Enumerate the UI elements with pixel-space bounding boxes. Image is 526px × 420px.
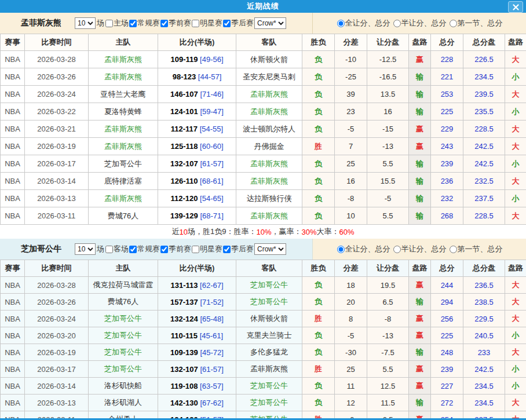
halftime-score: [62-67] [200,281,223,290]
halftime-score: [63-57] [200,382,223,390]
home-team-cell: 洛杉矶湖人 [89,395,158,411]
game-row: NBA2026-03-17芝加哥公牛132-107 [61-57]孟菲斯灰熊胜2… [1,361,526,378]
final-score: 124-101 [170,107,198,116]
over-under-cell: 大 [505,277,526,294]
results-table: 赛事比赛时间主队比分(半场)客队胜负分差让分盘盘路总分总分盘盘路NBA2026-… [0,260,526,420]
filter-checkbox[interactable] [160,246,168,253]
date-cell: 2026-03-21 [25,120,89,138]
league-cell: NBA [1,361,25,378]
away-team-cell: 孟菲斯灰熊 [236,173,302,190]
handicap-result-cell: 输 [409,173,431,190]
away-team-cell: 波士顿凯尔特人 [236,120,302,138]
filter-checkbox-label: 常规赛 [137,244,160,254]
filter-checkbox[interactable] [105,246,113,253]
games-count-select[interactable]: 10 [75,243,96,255]
dialog-title: 近期战绩 [247,1,279,12]
halftime-score: [61-57] [200,159,223,168]
team-name: 孟菲斯灰熊 [21,18,61,28]
summary-segment: 近 [171,227,179,237]
column-header: 分差 [335,260,367,277]
point-diff-cell: -30 [335,344,367,361]
scope-radio[interactable] [393,20,401,27]
over-under-cell: 小 [505,68,526,86]
final-score: 132-124 [170,315,198,323]
over-under-cell: 大 [505,311,526,327]
record-summary: 近 10 场，胜1负9：胜率：10%，赢率：30% 大率：60% [0,225,526,239]
game-row: NBA2026-03-26孟菲斯灰熊98-123 [44-57]圣安东尼奥马刺负… [1,68,526,86]
handicap-line-cell: 6.5 [367,411,409,420]
point-diff-cell: 11 [335,378,367,395]
score-cell: 110-115 [45-61] [158,327,236,344]
total-points-cell: 228 [431,51,463,68]
home-team-cell: 孟菲斯灰熊 [89,120,158,138]
league-cell: NBA [1,327,25,344]
scope-radio[interactable] [337,20,345,27]
handicap-line-cell: -15 [367,120,409,138]
total-points-cell: 272 [431,395,463,411]
final-score: 146-107 [170,90,198,98]
handicap-line-cell: 12.5 [367,378,409,395]
result-cell: 胜 [302,138,335,155]
away-team-cell: 克里夫兰骑士 [236,327,302,344]
over-under-cell: 大 [505,120,526,138]
over-under-cell: 大 [505,207,526,225]
filter-checkbox[interactable] [129,246,137,253]
handicap-result-cell: 输 [409,86,431,103]
odds-company-select[interactable]: Crow* [254,243,286,255]
column-header: 主队 [89,260,158,277]
filter-checkbox[interactable] [223,246,231,253]
handicap-line-cell: 19.5 [367,277,409,294]
filter-checkbox[interactable] [129,20,137,27]
point-diff-cell: 8 [335,311,367,327]
filter-checkbox[interactable] [192,20,199,27]
point-diff-cell: 25 [335,361,367,378]
date-cell: 2026-03-14 [25,378,89,395]
league-cell: NBA [1,395,25,411]
column-header: 盘路 [409,260,431,277]
halftime-score: [49-56] [200,55,223,64]
final-score: 142-130 [170,399,198,407]
filter-checkbox-label: 客场 [114,244,129,254]
date-cell: 2026-03-28 [25,277,89,294]
close-button[interactable] [508,1,523,13]
total-points-cell: 243 [431,138,463,155]
over-under-cell: 大 [505,86,526,103]
total-points-cell: 221 [431,68,463,86]
result-cell: 负 [302,173,335,190]
total-line-cell: 236.5 [463,277,505,294]
filter-checkbox[interactable] [160,20,168,27]
total-points-cell: 225 [431,327,463,344]
handicap-result-cell: 赢 [409,277,431,294]
handicap-line-cell: -13 [367,138,409,155]
game-row: NBA2026-03-28孟菲斯灰熊109-119 [49-56]休斯顿火箭负-… [1,51,526,68]
filter-checkbox[interactable] [192,246,199,253]
odds-company-select[interactable]: Crow* [254,17,286,29]
handicap-result-cell: 赢 [409,311,431,327]
home-team-cell: 芝加哥公牛 [89,361,158,378]
halftime-score: [68-61] [200,177,223,185]
scope-radio[interactable] [393,246,401,253]
column-header: 赛事 [1,34,25,51]
league-cell: NBA [1,411,25,420]
point-diff-cell: 20 [335,294,367,311]
scope-radio[interactable] [450,20,457,27]
filter-checkbox[interactable] [223,20,231,27]
result-cell: 负 [302,120,335,138]
away-team-cell: 芝加哥公牛 [236,378,302,395]
scope-radio[interactable] [450,246,457,253]
result-cell: 负 [302,155,335,173]
handicap-line-cell: 15.5 [367,173,409,190]
filter-checkbox[interactable] [105,20,113,27]
games-count-select[interactable]: 10 [75,17,96,29]
handicap-result-cell: 输 [409,190,431,207]
scope-radio-option: 第一节、总分 [449,18,503,28]
column-header: 赛事 [1,260,25,277]
total-line-cell: 228.5 [463,207,505,225]
score-cell: 109-119 [49-56] [158,51,236,68]
home-team-cell: 俄克拉荷马城雷霆 [89,277,158,294]
game-row: NBA2026-03-19芝加哥公牛109-139 [45-72]多伦多猛龙负-… [1,344,526,361]
column-header: 分差 [335,34,367,51]
scope-radio[interactable] [337,246,345,253]
recent-results-dialog: 近期战绩 孟菲斯灰熊10场主场常规赛季前赛明星赛季后赛Crow*全让分、总分半让… [0,0,526,420]
point-diff-cell: 16 [335,173,367,190]
